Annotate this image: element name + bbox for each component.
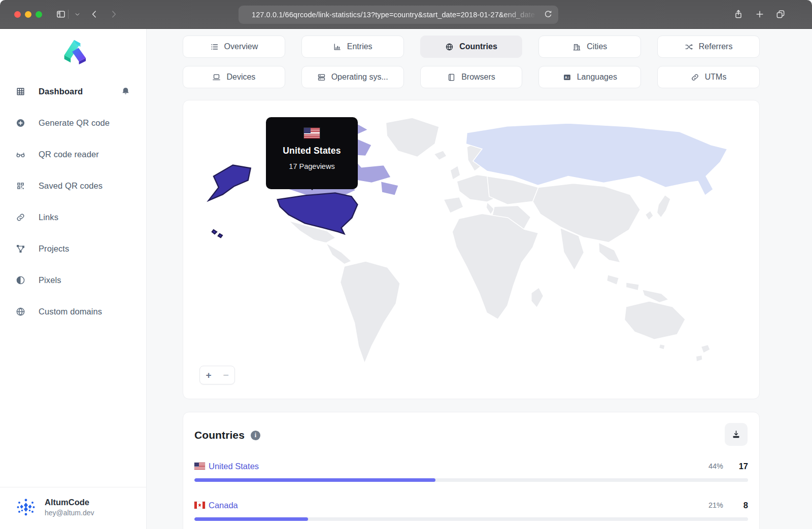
sidebar-item-label: Links [39,213,58,222]
tooltip-country: United States [266,146,358,156]
tab-cities[interactable]: Cities [538,36,641,58]
zoom-window-button[interactable] [36,11,42,18]
tab-label: Entries [347,42,373,51]
country-link[interactable]: United States [209,462,259,471]
progress-track [194,478,748,482]
new-tab-icon[interactable] [753,7,767,21]
avatar [15,497,37,518]
refresh-icon[interactable] [543,9,554,20]
app-window: 127.0.0.1/66qrcode/link-statistics/13?ty… [0,0,812,529]
account-info: AltumCode hey@altum.dev [45,498,94,517]
sidebar-toggle-icon[interactable] [54,7,68,21]
canada-flag-icon [194,502,205,509]
tab-label: Browsers [461,73,495,82]
sidebar-item-custom-domains[interactable]: Custom domains [0,296,146,327]
progress-fill [194,517,308,521]
plus-circle-icon [16,118,25,128]
map-tooltip: United States 17 Pageviews [266,117,358,189]
stats-tabs: Overview Entries Countries Cities Referr… [183,36,760,88]
account-email: hey@altum.dev [45,509,94,517]
us-flag-icon [194,463,205,470]
account-menu[interactable]: AltumCode hey@altum.dev [0,487,146,529]
progress-track [194,517,748,521]
download-icon [731,430,741,439]
tab-overview[interactable]: Overview [183,36,285,58]
brand-logo[interactable] [0,37,146,64]
country-value: 17 [732,462,748,471]
glasses-icon [16,150,25,159]
sidebar-item-saved-qr[interactable]: Saved QR codes [0,170,146,201]
tab-label: Devices [226,73,255,82]
sidebar-item-pixels[interactable]: Pixels [0,264,146,296]
country-value: 8 [732,501,748,510]
traffic-lights [14,11,42,18]
tab-label: Countries [459,42,497,51]
sidebar-item-qr-reader[interactable]: QR code reader [0,138,146,170]
toolbar-divider [68,10,69,19]
table-row: United States 44% 17 [194,460,748,482]
sidebar-item-label: Projects [39,244,69,254]
sidebar-item-links[interactable]: Links [0,201,146,233]
download-button[interactable] [725,423,748,446]
tab-label: Cities [587,42,607,51]
main-content: Overview Entries Countries Cities Referr… [147,29,812,529]
table-row: Canada 21% 8 [194,499,748,521]
account-name: AltumCode [45,498,94,507]
sidebar-nav: Dashboard Generate QR code QR code reade… [0,76,146,327]
forward-button[interactable] [107,7,121,21]
tab-referrers[interactable]: Referrers [657,36,760,58]
sidebar-item-label: Custom domains [39,307,102,316]
close-window-button[interactable] [14,11,21,18]
share-icon[interactable] [731,7,746,21]
sidebar-item-label: Generate QR code [39,118,110,128]
zoom-in-button[interactable]: + [200,367,217,383]
chevron-down-icon[interactable] [70,7,84,21]
country-percent: 21% [693,501,723,509]
half-circle-icon [16,275,25,285]
country-link[interactable]: Canada [209,501,238,510]
svg-text:A: A [565,76,567,79]
tab-devices[interactable]: Devices [183,66,285,88]
tab-browsers[interactable]: Browsers [420,66,523,88]
progress-fill [194,478,435,482]
tab-label: Referrers [699,42,733,51]
tab-entries[interactable]: Entries [301,36,404,58]
back-button[interactable] [87,7,101,21]
sidebar-item-label: Dashboard [39,87,83,96]
sidebar-item-dashboard[interactable]: Dashboard [0,76,146,107]
zoom-out-button[interactable]: − [217,367,234,383]
sidebar-item-label: QR code reader [39,150,99,159]
panel-title: Countries [194,429,245,441]
tab-label: Languages [577,73,617,82]
link-icon [16,213,25,222]
world-map-card: United States 17 Pageviews + − [183,100,760,399]
countries-panel: Countries i United States 44% 17 [183,412,760,529]
tab-overview-icon[interactable] [773,7,788,21]
sidebar: Dashboard Generate QR code QR code reade… [0,29,147,529]
share-nodes-icon [16,244,25,254]
tab-label: Operating sys... [331,73,388,82]
sidebar-item-projects[interactable]: Projects [0,233,146,264]
tab-countries[interactable]: Countries [420,36,523,58]
sidebar-item-label: Saved QR codes [39,181,103,191]
bell-icon[interactable] [121,87,130,96]
info-icon[interactable]: i [251,431,260,440]
grid-icon [16,87,25,96]
browser-chrome: 127.0.0.1/66qrcode/link-statistics/13?ty… [0,0,812,29]
tab-operating-systems[interactable]: Operating sys... [301,66,404,88]
tab-languages[interactable]: A2 Languages [538,66,641,88]
country-percent: 44% [693,462,723,470]
tab-utms[interactable]: UTMs [657,66,760,88]
countries-header: Countries i [194,428,748,443]
tab-label: Overview [224,42,258,51]
sidebar-item-label: Pixels [39,275,61,285]
minimize-window-button[interactable] [25,11,31,18]
map-zoom-controls: + − [199,366,235,384]
qr-icon [16,181,25,191]
address-bar[interactable]: 127.0.0.1/66qrcode/link-statistics/13?ty… [239,6,558,24]
url-text: 127.0.0.1/66qrcode/link-statistics/13?ty… [252,11,541,19]
tab-label: UTMs [705,73,727,82]
us-flag-icon [304,128,320,138]
globe-icon [16,307,25,316]
sidebar-item-generate-qr[interactable]: Generate QR code [0,107,146,138]
